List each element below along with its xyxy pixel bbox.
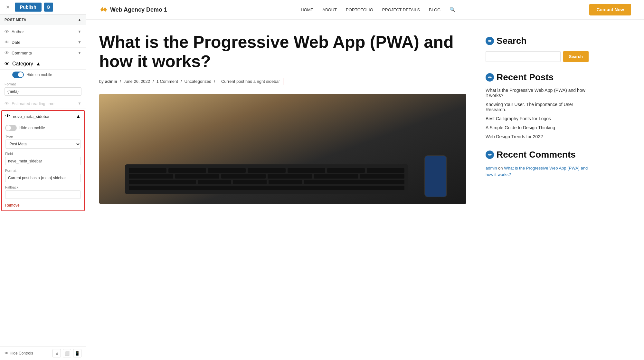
recent-posts-widget: ✏ Recent Posts What is the Progressive W… bbox=[486, 72, 589, 139]
meta-author: admin bbox=[105, 79, 117, 84]
neve-sidebar-hide-mobile-toggle[interactable] bbox=[5, 125, 17, 131]
neve-sidebar-fallback-label: Fallback bbox=[5, 185, 81, 189]
date-visibility-icon[interactable]: 👁 bbox=[5, 40, 9, 45]
category-header-row: 👁 Category ▲ bbox=[0, 58, 86, 70]
key-row-4 bbox=[129, 186, 404, 190]
site-logo: Web Agency Demo 1 bbox=[99, 5, 167, 14]
recent-posts-title-text: Recent Posts bbox=[497, 72, 554, 83]
comments-label: Comments bbox=[12, 51, 75, 55]
comments-row: 👁 Comments ▼ bbox=[0, 48, 86, 58]
recent-post-2[interactable]: Knowing Your User. The importance of Use… bbox=[486, 102, 589, 112]
category-chevron-icon[interactable]: ▲ bbox=[36, 61, 41, 67]
comment-on-text: on bbox=[498, 166, 504, 170]
panel-header: POST META ▲ bbox=[0, 15, 86, 25]
author-visibility-icon[interactable]: 👁 bbox=[5, 29, 9, 34]
eye-off-icon: 👁 bbox=[5, 351, 8, 355]
estimated-reading-visibility-icon[interactable]: 👁 bbox=[5, 101, 9, 106]
key-row-3 bbox=[129, 180, 404, 184]
date-chevron-icon[interactable]: ▼ bbox=[78, 40, 81, 44]
neve-sidebar-hide-mobile-label: Hide on mobile bbox=[19, 126, 45, 130]
contact-now-button[interactable]: Contact Now bbox=[589, 4, 631, 15]
neve-sidebar-fallback-group: Fallback bbox=[5, 185, 81, 199]
neve-sidebar-remove-button[interactable]: Remove bbox=[5, 203, 20, 208]
neve-sidebar-visibility-icon[interactable]: 👁 bbox=[5, 113, 10, 119]
recent-posts-icon: ✏ bbox=[486, 73, 494, 82]
neve-sidebar-field-label: Field bbox=[5, 152, 81, 156]
search-input[interactable] bbox=[486, 51, 561, 62]
nav-blog[interactable]: BLOG bbox=[429, 7, 440, 12]
category-section: 👁 Category ▲ Hide on mobile Format bbox=[0, 58, 86, 98]
category-hide-mobile-toggle[interactable] bbox=[12, 72, 24, 78]
settings-button[interactable]: ⚙ bbox=[44, 3, 53, 12]
publish-button[interactable]: Publish bbox=[15, 3, 42, 12]
recent-post-1[interactable]: What is the Progressive Web App (PWA) an… bbox=[486, 88, 589, 98]
neve-sidebar-type-label: Type bbox=[5, 134, 81, 138]
article-meta: by admin / June 26, 2022 / 1 Comment / U… bbox=[99, 78, 466, 85]
date-label: Date bbox=[12, 40, 75, 45]
meta-comments: 1 Comment bbox=[156, 79, 178, 84]
neve-sidebar-chevron-icon[interactable]: ▲ bbox=[76, 113, 81, 119]
article-main: What is the Progressive Web App (PWA) an… bbox=[99, 33, 486, 204]
comment-author-link[interactable]: admin bbox=[486, 166, 497, 170]
search-button[interactable]: Search bbox=[563, 51, 589, 62]
recent-comments-widget: ✏ Recent Comments admin on What is the P… bbox=[486, 150, 589, 178]
key-row-2 bbox=[129, 174, 404, 179]
neve-sidebar-type-select[interactable]: Post Meta bbox=[5, 140, 81, 149]
recent-post-3[interactable]: Best Calligraphy Fonts for Logos bbox=[486, 116, 589, 121]
neve-sidebar-format-input[interactable] bbox=[5, 174, 81, 182]
estimated-reading-chevron-icon[interactable]: ▼ bbox=[78, 101, 81, 106]
category-visibility-icon[interactable]: 👁 bbox=[5, 61, 10, 67]
meta-category: Uncategorized bbox=[185, 79, 212, 84]
recent-comments-title-text: Recent Comments bbox=[497, 150, 576, 160]
neve-sidebar-field-group: Field bbox=[5, 152, 81, 165]
tablet-view-button[interactable]: ⬜ bbox=[63, 349, 71, 357]
search-title-text: Search bbox=[497, 36, 526, 46]
category-format-input[interactable] bbox=[5, 87, 81, 96]
estimated-reading-label: Estimated reading time bbox=[12, 101, 75, 106]
nav-project-details[interactable]: PROJECT DETAILS bbox=[382, 7, 420, 12]
author-label: Author bbox=[12, 29, 75, 34]
neve-sidebar-format-label: Format bbox=[5, 169, 81, 172]
sidebar-badge: Current post has a right sidebar bbox=[218, 78, 283, 85]
view-mode-buttons: 🖥 ⬜ 📱 bbox=[52, 349, 81, 357]
neve-sidebar-field-input[interactable] bbox=[5, 157, 81, 165]
recent-posts-title: ✏ Recent Posts bbox=[486, 72, 589, 83]
meta-by: by bbox=[99, 79, 104, 84]
comments-chevron-icon[interactable]: ▼ bbox=[78, 51, 81, 55]
category-hide-mobile-label: Hide on mobile bbox=[26, 73, 52, 77]
left-panel: × Publish ⚙ POST META ▲ 👁 Author ▼ 👁 Dat… bbox=[0, 0, 86, 360]
neve-sidebar-label: neve_meta_sidebar bbox=[13, 114, 73, 119]
nav-search-icon[interactable]: 🔍 bbox=[450, 7, 456, 13]
site-header: Web Agency Demo 1 HOME ABOUT PORTOFOLIO … bbox=[86, 0, 644, 20]
recent-comments-title: ✏ Recent Comments bbox=[486, 150, 589, 160]
close-button[interactable]: × bbox=[3, 3, 12, 12]
mobile-view-button[interactable]: 📱 bbox=[73, 349, 81, 357]
author-row: 👁 Author ▼ bbox=[0, 26, 86, 37]
author-chevron-icon[interactable]: ▼ bbox=[78, 29, 81, 34]
recent-comments-text: admin on What is the Progressive Web App… bbox=[486, 165, 589, 178]
recent-post-4[interactable]: A Simple Guide to Design Thinking bbox=[486, 125, 589, 130]
search-row: Search bbox=[486, 51, 589, 62]
logo-icon bbox=[99, 5, 108, 14]
desktop-view-button[interactable]: 🖥 bbox=[52, 349, 61, 357]
recent-comments-icon: ✏ bbox=[486, 151, 494, 159]
category-format-label: Format bbox=[5, 82, 81, 86]
nav-portofolio[interactable]: PORTOFOLIO bbox=[346, 7, 373, 12]
nav-about[interactable]: ABOUT bbox=[322, 7, 337, 12]
comments-visibility-icon[interactable]: 👁 bbox=[5, 50, 9, 55]
panel-content: 👁 Author ▼ 👁 Date ▼ 👁 Comments ▼ 👁 Categ… bbox=[0, 25, 86, 346]
category-format-row: Format bbox=[0, 80, 86, 98]
date-row: 👁 Date ▼ bbox=[0, 37, 86, 48]
recent-post-5[interactable]: Web Design Trends for 2022 bbox=[486, 134, 589, 139]
category-label: Category bbox=[12, 61, 33, 67]
neve-sidebar-fallback-input[interactable] bbox=[5, 190, 81, 199]
meta-sep-4: / bbox=[214, 79, 215, 84]
nav-home[interactable]: HOME bbox=[301, 7, 313, 12]
hide-controls-label: Hide Controls bbox=[10, 351, 33, 355]
collapse-icon[interactable]: ▲ bbox=[78, 18, 81, 22]
hide-controls-button[interactable]: 👁 Hide Controls bbox=[5, 351, 33, 355]
category-hide-mobile-row: Hide on mobile bbox=[0, 70, 86, 80]
neve-sidebar-section: 👁 neve_meta_sidebar ▲ Hide on mobile Typ… bbox=[1, 110, 85, 211]
panel-title: POST META bbox=[5, 18, 26, 22]
article-layout: What is the Progressive Web App (PWA) an… bbox=[86, 20, 601, 217]
